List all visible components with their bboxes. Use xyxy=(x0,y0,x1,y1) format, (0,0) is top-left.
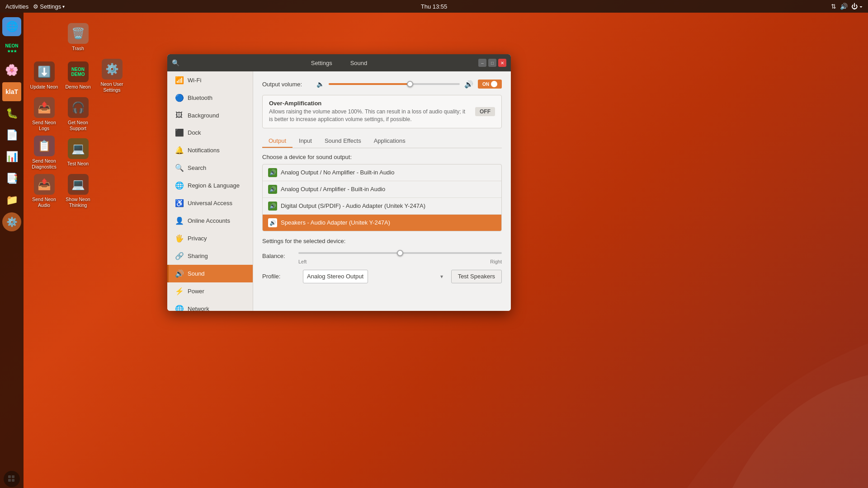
tab-output[interactable]: Output xyxy=(262,135,292,148)
test-speakers-button[interactable]: Test Speakers xyxy=(451,270,502,283)
background-icon: 🖼 xyxy=(175,111,183,119)
volume-toggle-button[interactable]: ON xyxy=(478,80,502,89)
volume-status-icon[interactable]: 🔊 xyxy=(840,3,848,10)
desktop-icon-get-neon-support[interactable]: 🎧 Get Neon Support xyxy=(61,95,95,133)
window-minimize-button[interactable]: – xyxy=(478,59,486,67)
sidebar-item-sharing[interactable]: 🔗 Sharing xyxy=(167,247,253,265)
volume-slider[interactable] xyxy=(329,80,460,88)
search-icon: 🔍 xyxy=(172,59,179,66)
tab-sound-effects[interactable]: Sound Effects xyxy=(318,135,368,148)
volume-row: Output volume: 🔈 🔊 ON xyxy=(262,80,502,89)
sidebar-item-sound[interactable]: 🔊 Sound xyxy=(167,265,253,282)
topbar-datetime: Thu 13:55 xyxy=(421,3,448,10)
dock: 🌐 NEON★★★ 🌸 klaT 🐛 📄 📊 📑 📁 ⚙️ xyxy=(0,13,24,488)
desktop-icon-demo-neon[interactable]: NEONDEMO Demo Neon xyxy=(61,56,95,95)
device-icon-analog-amp: 🔊 xyxy=(268,185,277,194)
sidebar-item-sharing-label: Sharing xyxy=(188,253,208,259)
dock-icon-files[interactable]: 📁 xyxy=(2,191,21,210)
dock-icon-klat[interactable]: klaT xyxy=(2,82,21,101)
desktop-icon-neon-user-settings[interactable]: ⚙️ Neon User Settings xyxy=(95,56,129,95)
volume-slider-fill xyxy=(329,83,410,85)
sidebar-item-power[interactable]: ⚡ Power xyxy=(167,282,253,300)
window-maximize-button[interactable]: □ xyxy=(488,59,496,67)
balance-label: Balance: xyxy=(262,253,298,259)
sidebar-item-bluetooth[interactable]: 🔵 Bluetooth xyxy=(167,89,253,107)
sidebar-item-power-label: Power xyxy=(188,288,204,295)
bluetooth-icon: 🔵 xyxy=(175,94,183,102)
device-row-speakers-adapter[interactable]: 🔊 Speakers - Audio Adapter (Unitek Y-247… xyxy=(263,215,501,231)
volume-slider-thumb[interactable] xyxy=(407,81,413,87)
settings-menu-label: Settings xyxy=(40,3,61,10)
sidebar-item-region[interactable]: 🌐 Region & Language xyxy=(167,177,253,194)
select-arrow-icon: ▾ xyxy=(440,273,443,280)
dock-icon-table[interactable]: 📊 xyxy=(2,147,21,166)
window-left-title: Settings xyxy=(311,60,332,66)
desktop-icon-show-neon-thinking[interactable]: 💻 Show Neon Thinking xyxy=(61,172,95,210)
dock-icon-neon[interactable]: NEON★★★ xyxy=(2,39,21,58)
profile-select[interactable]: Analog Stereo Output Analog Stereo Input… xyxy=(303,270,368,283)
settings-menu-button[interactable]: ⚙ Settings ▾ xyxy=(33,3,65,10)
desktop-icon-trash[interactable]: 🗑️ Trash xyxy=(61,18,95,56)
desktop-icons-grid: 🗑️ Trash ⬇️ Update Neon NEONDEMO Demo Ne… xyxy=(27,18,129,210)
balance-slider[interactable] xyxy=(298,248,502,258)
volume-high-icon: 🔊 xyxy=(464,80,473,89)
volume-label: Output volume: xyxy=(262,81,312,88)
dock-icon-flower[interactable]: 🌸 xyxy=(2,61,21,80)
window-body: 📶 Wi-Fi 🔵 Bluetooth 🖼 Background ⬛ Dock … xyxy=(167,71,511,311)
globe-icon: 🌐 xyxy=(175,181,183,190)
tab-applications[interactable]: Applications xyxy=(368,135,412,148)
sidebar-item-background[interactable]: 🖼 Background xyxy=(167,107,253,124)
dock-icon-browser[interactable]: 🌐 xyxy=(2,17,21,36)
sidebar-item-search[interactable]: 🔍 Search xyxy=(167,159,253,177)
sound-icon: 🔊 xyxy=(175,269,183,278)
sidebar-item-search-label: Search xyxy=(188,164,206,171)
power-nav-icon: ⚡ xyxy=(175,287,183,296)
desktop-icon-test-neon[interactable]: 💻 Test Neon xyxy=(61,133,95,172)
search-nav-icon: 🔍 xyxy=(175,164,183,172)
device-row-digital-output[interactable]: 🔊 Digital Output (S/PDIF) - Audio Adapte… xyxy=(263,198,501,215)
volume-low-icon: 🔈 xyxy=(316,80,324,88)
sidebar-item-wifi[interactable]: 📶 Wi-Fi xyxy=(167,71,253,89)
balance-row: Balance: Left Right xyxy=(262,248,502,264)
desktop-icon-send-neon-audio[interactable]: 📤 Send Neon Audio xyxy=(27,172,61,210)
device-row-analog-amp[interactable]: 🔊 Analog Output / Amplifier - Built-in A… xyxy=(263,181,501,198)
sidebar-item-universal-access[interactable]: ♿ Universal Access xyxy=(167,194,253,212)
profile-select-wrap: Analog Stereo Output Analog Stereo Input… xyxy=(303,270,447,283)
universal-access-icon: ♿ xyxy=(175,199,183,207)
tab-input[interactable]: Input xyxy=(292,135,318,148)
sidebar-item-privacy[interactable]: 🖐 Privacy xyxy=(167,230,253,247)
over-amp-text: Over-Amplification Allows raising the vo… xyxy=(269,100,469,123)
over-amplification-box: Over-Amplification Allows raising the vo… xyxy=(262,95,502,128)
settings-sidebar: 📶 Wi-Fi 🔵 Bluetooth 🖼 Background ⬛ Dock … xyxy=(167,71,253,311)
balance-right-label: Right xyxy=(490,259,502,264)
balance-slider-thumb[interactable] xyxy=(397,250,403,256)
dock-icon-settings[interactable]: ⚙️ xyxy=(2,212,21,231)
volume-slider-track xyxy=(329,83,460,85)
dock-icon-bug[interactable]: 🐛 xyxy=(2,104,21,123)
sidebar-item-notifications[interactable]: 🔔 Notifications xyxy=(167,141,253,159)
device-row-analog-no-amp[interactable]: 🔊 Analog Output / No Amplifier - Built-i… xyxy=(263,164,501,181)
balance-labels: Left Right xyxy=(298,259,502,264)
over-amp-toggle-button[interactable]: OFF xyxy=(475,107,495,116)
dock-nav-icon: ⬛ xyxy=(175,128,183,137)
dock-icon-presentation[interactable]: 📑 xyxy=(2,169,21,188)
topbar: Activities ⚙ Settings ▾ Thu 13:55 ⇅ 🔊 ⏻ … xyxy=(0,0,868,13)
sidebar-item-online-accounts[interactable]: 👤 Online Accounts xyxy=(167,212,253,230)
accounts-icon: 👤 xyxy=(175,216,183,225)
topbar-right: ⇅ 🔊 ⏻ ▾ xyxy=(831,3,863,10)
desktop-icon-send-neon-logs[interactable]: 📤 Send Neon Logs xyxy=(27,95,61,133)
sidebar-item-dock[interactable]: ⬛ Dock xyxy=(167,124,253,141)
device-label-analog-amp: Analog Output / Amplifier - Built-in Aud… xyxy=(281,186,385,192)
profile-row: Profile: Analog Stereo Output Analog Ste… xyxy=(262,270,502,283)
device-icon-speakers-adapter: 🔊 xyxy=(268,218,277,227)
sidebar-item-dock-label: Dock xyxy=(188,129,201,136)
network-status-icon: ⇅ xyxy=(831,3,836,10)
activities-button[interactable]: Activities xyxy=(5,3,28,10)
window-close-button[interactable]: ✕ xyxy=(498,59,506,67)
sidebar-item-network[interactable]: 🌐 Network xyxy=(167,300,253,311)
power-menu-icon[interactable]: ⏻ ▾ xyxy=(851,3,863,10)
dock-icon-document[interactable]: 📄 xyxy=(2,126,21,145)
network-icon: 🌐 xyxy=(175,305,183,311)
desktop-icon-update-neon[interactable]: ⬇️ Update Neon xyxy=(27,56,61,95)
desktop-icon-send-neon-diagnostics[interactable]: 📋 Send Neon Diagnostics xyxy=(27,133,61,172)
